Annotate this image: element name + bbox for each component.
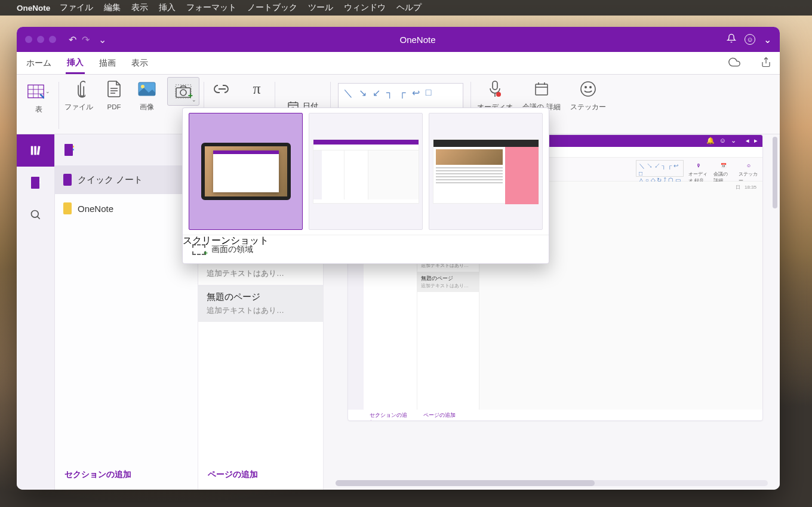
screenshot-dropdown: スクリーンショット 画面の領域	[182, 107, 549, 264]
tab-home[interactable]: ホーム	[25, 53, 53, 73]
ribbon-screenshot-button[interactable]: + ⌄	[165, 77, 201, 106]
screen-clipping-label: 画面の領域	[211, 244, 253, 255]
ribbon-picture-button[interactable]: 画像	[132, 77, 162, 112]
ribbon-file-button[interactable]: ファイル	[61, 77, 96, 112]
ribbon-picture-label: 画像	[140, 103, 154, 112]
menu-tools[interactable]: ツール	[308, 2, 333, 13]
section-color-swatch	[63, 202, 72, 214]
screenshot-thumb-selected[interactable]	[189, 113, 303, 230]
zoom-dot[interactable]	[49, 36, 56, 43]
page-subtitle: 追加テキストはあり…	[207, 268, 315, 279]
svg-rect-35	[39, 182, 41, 183]
tab-view[interactable]: 表示	[130, 53, 149, 73]
ribbon-sticker-button[interactable]: ステッカー	[567, 77, 610, 112]
ribbon-meeting-button[interactable]: 会議の 詳細	[520, 77, 563, 112]
nav-library-icon[interactable]	[17, 134, 54, 167]
ribbon-table-label: 表	[35, 106, 42, 114]
screenshot-thumb-onenote[interactable]	[309, 113, 423, 230]
svg-line-37	[37, 217, 39, 219]
menu-notebook[interactable]: ノートブック	[247, 2, 297, 13]
window-title: OneNote	[109, 35, 727, 45]
svg-rect-40	[73, 149, 74, 150]
horizontal-scrollbar[interactable]	[336, 480, 768, 486]
svg-rect-34	[39, 179, 41, 180]
section-onenote[interactable]: OneNote	[55, 194, 198, 223]
ribbon-link-button[interactable]	[207, 77, 238, 101]
sync-status-icon[interactable]	[728, 56, 740, 70]
sections-panel: クイック ノート OneNote セクションの追加	[55, 134, 198, 490]
minimize-dot[interactable]	[37, 36, 44, 43]
mini-add-page: ページの追加	[417, 410, 462, 420]
svg-point-12	[180, 90, 186, 96]
nav-column	[17, 134, 55, 490]
svg-rect-31	[34, 146, 36, 155]
mini-add-section: セクションの追加	[364, 410, 417, 420]
chevron-down-icon: ⌄	[192, 97, 196, 103]
undo-button[interactable]: ↶	[66, 34, 79, 45]
page-item-selected[interactable]: 無題のページ 追加テキストはあり…	[198, 285, 323, 322]
ribbon-file-label: ファイル	[64, 103, 93, 112]
page-title: 無題のページ	[207, 291, 315, 303]
titlebar: ↶ ↷ ⌄ OneNote ☺ ⌄	[17, 27, 780, 52]
ribbon-tabs: ホーム 挿入 描画 表示	[17, 52, 780, 75]
ribbon-pdf-button[interactable]: PDF	[100, 77, 128, 112]
svg-point-29	[590, 87, 591, 88]
svg-rect-39	[73, 146, 74, 148]
svg-rect-33	[31, 177, 39, 189]
feedback-smile-icon[interactable]: ☺	[745, 34, 755, 45]
tab-insert[interactable]: 挿入	[66, 53, 85, 74]
titlebar-chevron-icon[interactable]: ⌄	[764, 34, 771, 45]
svg-rect-38	[64, 144, 73, 156]
section-label: クイック ノート	[78, 174, 143, 186]
screen-clipping-button[interactable]: 画面の領域	[183, 235, 549, 263]
mini-nav-prev-icon: ◂	[746, 137, 749, 145]
notifications-bell-icon[interactable]	[727, 33, 736, 45]
screenshot-thumb-safari[interactable]	[429, 113, 543, 230]
camera-dashed-icon	[192, 244, 205, 255]
nav-notebook-icon[interactable]	[17, 167, 54, 199]
tab-draw[interactable]: 描画	[98, 53, 117, 73]
section-label: OneNote	[78, 204, 113, 214]
menu-insert[interactable]: 挿入	[159, 2, 176, 13]
menubar-appname[interactable]: OneNote	[17, 4, 50, 13]
svg-rect-23	[536, 84, 548, 95]
ribbon-equation-button[interactable]: π	[241, 77, 272, 101]
svg-point-28	[585, 87, 586, 88]
menu-edit[interactable]: 編集	[104, 2, 121, 13]
add-page-button[interactable]: ページの追加	[198, 460, 323, 490]
ribbon-table-button[interactable]: ⌄ 表	[21, 77, 56, 134]
add-section-button[interactable]: セクションの追加	[55, 460, 198, 490]
menu-file[interactable]: ファイル	[60, 2, 93, 13]
svg-rect-32	[36, 146, 40, 155]
qat-customize-chevron-icon[interactable]: ⌄	[96, 34, 109, 45]
section-color-swatch	[63, 174, 72, 186]
traffic-lights[interactable]	[25, 36, 56, 43]
vertical-scrollbar[interactable]	[771, 137, 777, 478]
ribbon-pdf-label: PDF	[107, 103, 121, 112]
share-icon[interactable]	[761, 57, 771, 70]
redo-button[interactable]: ↷	[79, 34, 92, 45]
svg-point-36	[31, 211, 38, 218]
menu-format[interactable]: フォーマット	[186, 2, 236, 13]
close-dot[interactable]	[25, 36, 32, 43]
page-subtitle: 追加テキストはあり…	[207, 305, 315, 316]
svg-point-27	[581, 82, 595, 96]
section-quicknotes[interactable]: クイック ノート	[55, 165, 198, 194]
notebook-header-icon[interactable]	[55, 134, 198, 165]
svg-point-22	[496, 92, 501, 97]
nav-search-icon[interactable]	[17, 199, 54, 231]
mac-menubar: OneNote ファイル 編集 表示 挿入 フォーマット ノートブック ツール …	[0, 0, 812, 16]
svg-rect-30	[30, 146, 33, 155]
ribbon-sticker-label: ステッカー	[570, 103, 606, 112]
svg-rect-20	[493, 81, 497, 90]
mini-nav-next-icon: ▸	[754, 137, 758, 145]
menu-window[interactable]: ウィンドウ	[344, 2, 386, 13]
menu-view[interactable]: 表示	[131, 2, 148, 13]
menu-help[interactable]: ヘルプ	[396, 2, 422, 13]
